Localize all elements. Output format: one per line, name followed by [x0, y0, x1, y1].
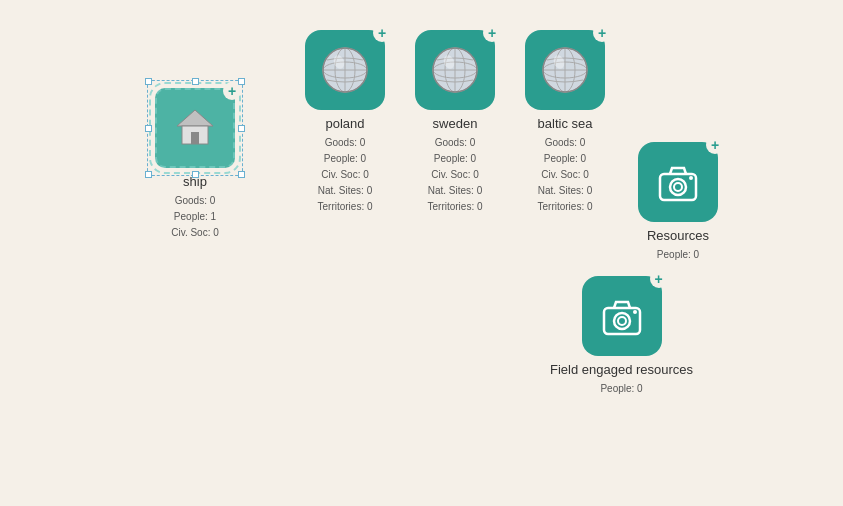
resources-label: Resources	[647, 228, 709, 243]
ship-icon-container[interactable]: +	[155, 88, 235, 168]
baltic-sea-node[interactable]: + baltic sea Goods: 0 People: 0 Civ. Soc…	[525, 30, 605, 215]
svg-point-26	[674, 183, 682, 191]
resources-people: People: 0	[657, 247, 699, 263]
field-engaged-icon-box[interactable]	[582, 276, 662, 356]
handle-bl[interactable]	[145, 171, 152, 178]
poland-node[interactable]: + poland Goods: 0 People: 0 Civ. Soc: 0 …	[305, 30, 385, 215]
poland-globe-svg	[317, 42, 373, 98]
field-engaged-stats: People: 0	[600, 381, 642, 397]
field-engaged-plus-badge[interactable]: +	[650, 270, 668, 288]
ship-people: People: 1	[171, 209, 219, 225]
svg-point-27	[689, 176, 693, 180]
ship-stats: Goods: 0 People: 1 Civ. Soc: 0	[171, 193, 219, 241]
sweden-stats: Goods: 0 People: 0 Civ. Soc: 0 Nat. Site…	[427, 135, 482, 215]
handle-ml[interactable]	[145, 125, 152, 132]
sweden-label: sweden	[433, 116, 478, 131]
handle-br[interactable]	[238, 171, 245, 178]
sweden-goods: Goods: 0	[427, 135, 482, 151]
ship-plus-badge[interactable]: +	[223, 82, 241, 100]
sweden-globe-svg	[427, 42, 483, 98]
field-engaged-icon-container[interactable]: +	[582, 276, 662, 356]
sweden-icon-box[interactable]	[415, 30, 495, 110]
handle-tm[interactable]	[192, 78, 199, 85]
baltic-sea-icon-box[interactable]	[525, 30, 605, 110]
poland-territories: Territories: 0	[317, 199, 372, 215]
poland-plus-badge[interactable]: +	[373, 24, 391, 42]
ship-goods: Goods: 0	[171, 193, 219, 209]
baltic-sea-territories: Territories: 0	[537, 199, 592, 215]
sweden-people: People: 0	[427, 151, 482, 167]
poland-icon-box[interactable]	[305, 30, 385, 110]
baltic-sea-plus-badge[interactable]: +	[593, 24, 611, 42]
handle-tr[interactable]	[238, 78, 245, 85]
poland-stats: Goods: 0 People: 0 Civ. Soc: 0 Nat. Site…	[317, 135, 372, 215]
poland-nat-sites: Nat. Sites: 0	[317, 183, 372, 199]
ship-civ-soc: Civ. Soc: 0	[171, 225, 219, 241]
field-engaged-node[interactable]: + Field engaged resources People: 0	[550, 276, 693, 397]
baltic-sea-civ-soc: Civ. Soc: 0	[537, 167, 592, 183]
resources-plus-badge[interactable]: +	[706, 136, 724, 154]
resources-icon-box[interactable]	[638, 142, 718, 222]
sweden-civ-soc: Civ. Soc: 0	[427, 167, 482, 183]
handle-mr[interactable]	[238, 125, 245, 132]
baltic-sea-nat-sites: Nat. Sites: 0	[537, 183, 592, 199]
poland-label: poland	[325, 116, 364, 131]
baltic-sea-people: People: 0	[537, 151, 592, 167]
svg-point-25	[670, 179, 686, 195]
sweden-nat-sites: Nat. Sites: 0	[427, 183, 482, 199]
svg-point-30	[618, 317, 626, 325]
svg-point-31	[633, 310, 637, 314]
baltic-sea-goods: Goods: 0	[537, 135, 592, 151]
field-engaged-camera-svg	[596, 290, 648, 342]
poland-icon-container[interactable]: +	[305, 30, 385, 110]
svg-point-29	[614, 313, 630, 329]
baltic-sea-icon-container[interactable]: +	[525, 30, 605, 110]
ship-node[interactable]: + ship Goods: 0 People: 1 Civ. Soc: 0	[155, 88, 235, 241]
field-engaged-people: People: 0	[600, 381, 642, 397]
poland-people: People: 0	[317, 151, 372, 167]
baltic-sea-label: baltic sea	[538, 116, 593, 131]
canvas: + ship Goods: 0 People: 1 Civ. Soc: 0	[0, 0, 843, 506]
baltic-sea-globe-svg	[537, 42, 593, 98]
handle-tl[interactable]	[145, 78, 152, 85]
field-engaged-label: Field engaged resources	[550, 362, 693, 377]
poland-goods: Goods: 0	[317, 135, 372, 151]
resources-camera-svg	[652, 156, 704, 208]
resources-node[interactable]: + Resources People: 0	[638, 142, 718, 263]
poland-civ-soc: Civ. Soc: 0	[317, 167, 372, 183]
sweden-icon-container[interactable]: +	[415, 30, 495, 110]
resources-stats: People: 0	[657, 247, 699, 263]
resources-icon-container[interactable]: +	[638, 142, 718, 222]
sweden-plus-badge[interactable]: +	[483, 24, 501, 42]
sweden-territories: Territories: 0	[427, 199, 482, 215]
baltic-sea-stats: Goods: 0 People: 0 Civ. Soc: 0 Nat. Site…	[537, 135, 592, 215]
sweden-node[interactable]: + sweden Goods: 0 People: 0 Civ. Soc: 0 …	[415, 30, 495, 215]
handle-bm[interactable]	[192, 171, 199, 178]
